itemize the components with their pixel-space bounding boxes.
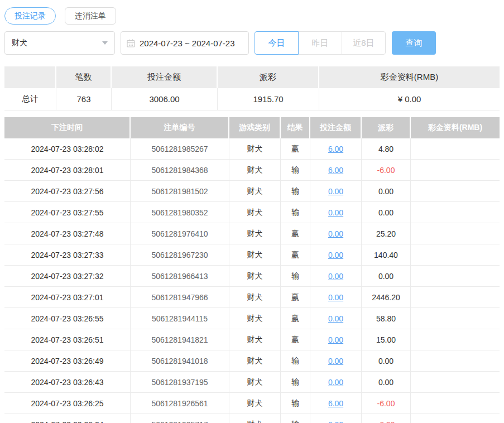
- payout-cell: 0.00: [362, 372, 411, 393]
- bonus-cell: [411, 329, 500, 350]
- quick-last8days-button[interactable]: 近8日: [342, 31, 386, 55]
- game-type-cell: 财犬: [229, 329, 281, 350]
- bonus-cell: [411, 138, 500, 160]
- bet-amount-link[interactable]: 0.00: [328, 335, 343, 344]
- payout-cell: 2446.20: [362, 287, 411, 308]
- game-type-cell: 财犬: [229, 202, 281, 223]
- bet-amount-link[interactable]: 0.00: [328, 378, 343, 387]
- summary-header-row: 笔数 投注金额 派彩 彩金资料(RMB): [4, 66, 500, 88]
- bet-time-cell: 2024-07-23 03:27:32: [4, 266, 131, 287]
- bonus-cell: [411, 308, 500, 329]
- payout-cell: 0.00: [362, 350, 411, 372]
- bet-number-cell: 5061281985267: [131, 138, 229, 160]
- bet-amount-link[interactable]: 6.00: [328, 145, 343, 153]
- quick-yesterday-button[interactable]: 昨日: [298, 31, 342, 55]
- bet-amount-link[interactable]: 0.00: [328, 357, 343, 366]
- bet-amount-cell: 0.00: [310, 308, 362, 329]
- bet-amount-link[interactable]: 6.00: [328, 420, 343, 423]
- table-row: 2024-07-23 03:28:01 5061281984368 财犬 输 6…: [4, 160, 500, 181]
- query-button[interactable]: 查询: [392, 31, 436, 55]
- payout-cell: 0.00: [362, 181, 411, 202]
- bet-amount-link[interactable]: 0.00: [328, 251, 343, 259]
- bet-time-cell: 2024-07-23 03:26:55: [4, 308, 131, 329]
- bet-number-cell: 5061281976410: [131, 223, 229, 244]
- bonus-cell: [411, 244, 500, 266]
- bet-amount-link[interactable]: 0.00: [328, 208, 343, 217]
- table-row: 2024-07-23 03:27:33 5061281967230 财犬 赢 0…: [4, 244, 500, 266]
- header-bonus: 彩金资料(RMB): [411, 117, 500, 138]
- game-type-cell: 财犬: [229, 160, 281, 181]
- date-range-input[interactable]: 2024-07-23 ~ 2024-07-23: [121, 31, 249, 55]
- payout-cell: 15.00: [362, 329, 411, 350]
- bet-number-cell: 5061281967230: [131, 244, 229, 266]
- bet-number-cell: 5061281981502: [131, 181, 229, 202]
- quick-today-button[interactable]: 今日: [255, 31, 299, 55]
- summary-total-bonus: ¥ 0.00: [319, 88, 500, 110]
- table-row: 2024-07-23 03:28:02 5061281985267 财犬 赢 6…: [4, 138, 500, 160]
- chevron-down-icon: [102, 41, 108, 45]
- bet-time-cell: 2024-07-23 03:27:01: [4, 287, 131, 308]
- bet-amount-cell: 0.00: [310, 372, 362, 393]
- bonus-cell: [411, 414, 500, 423]
- bet-number-cell: 5061281941821: [131, 329, 229, 350]
- summary-header-bonus: 彩金资料(RMB): [319, 66, 500, 88]
- bonus-cell: [411, 350, 500, 372]
- result-cell: 赢: [281, 223, 310, 244]
- result-cell: 赢: [281, 287, 310, 308]
- table-row: 2024-07-23 03:27:55 5061281980352 财犬 输 0…: [4, 202, 500, 223]
- result-cell: 赢: [281, 138, 310, 160]
- bet-amount-link[interactable]: 0.00: [328, 229, 343, 238]
- header-payout: 派彩: [362, 117, 411, 138]
- bet-amount-link[interactable]: 0.00: [328, 187, 343, 196]
- result-cell: 赢: [281, 244, 310, 266]
- tab-cancelled-bets[interactable]: 连消注单: [65, 7, 116, 25]
- bet-amount-link[interactable]: 0.00: [328, 293, 343, 302]
- payout-cell: 58.80: [362, 308, 411, 329]
- game-select[interactable]: 财犬: [4, 31, 115, 55]
- summary-table: 笔数 投注金额 派彩 彩金资料(RMB) 总计 763 3006.00 1915…: [4, 66, 500, 110]
- tab-betting-records[interactable]: 投注记录: [4, 7, 56, 25]
- payout-cell: 0.00: [362, 202, 411, 223]
- bonus-cell: [411, 160, 500, 181]
- summary-total-label: 总计: [4, 88, 56, 110]
- game-type-cell: 财犬: [229, 372, 281, 393]
- table-row: 2024-07-23 03:26:55 5061281944115 财犬 赢 0…: [4, 308, 500, 329]
- result-cell: 输: [281, 181, 310, 202]
- bet-amount-cell: 0.00: [310, 329, 362, 350]
- bet-amount-link[interactable]: 0.00: [328, 314, 343, 323]
- header-bet-number: 注单编号: [131, 117, 229, 138]
- bet-amount-cell: 0.00: [310, 181, 362, 202]
- result-cell: 输: [281, 414, 310, 423]
- payout-cell: 0.00: [362, 266, 411, 287]
- result-cell: 输: [281, 372, 310, 393]
- bet-time-cell: 2024-07-23 03:27:33: [4, 244, 131, 266]
- bet-number-cell: 5061281980352: [131, 202, 229, 223]
- payout-cell: -6.00: [362, 414, 411, 423]
- summary-total-bet-amount: 3006.00: [112, 88, 218, 110]
- result-cell: 输: [281, 160, 310, 181]
- game-type-cell: 财犬: [229, 287, 281, 308]
- payout-cell: 140.40: [362, 244, 411, 266]
- bonus-cell: [411, 372, 500, 393]
- bet-number-cell: 5061281984368: [131, 160, 229, 181]
- bet-amount-cell: 0.00: [310, 223, 362, 244]
- table-row: 2024-07-23 03:27:56 5061281981502 财犬 输 0…: [4, 181, 500, 202]
- bet-number-cell: 5061281926561: [131, 393, 229, 414]
- bet-amount-link[interactable]: 0.00: [328, 272, 343, 281]
- bet-number-cell: 5061281937195: [131, 372, 229, 393]
- bonus-cell: [411, 181, 500, 202]
- table-row: 2024-07-23 03:26:25 5061281926561 财犬 输 6…: [4, 393, 500, 414]
- table-row: 2024-07-23 03:27:32 5061281966413 财犬 输 0…: [4, 266, 500, 287]
- bet-amount-cell: 0.00: [310, 202, 362, 223]
- bet-number-cell: 5061281966413: [131, 266, 229, 287]
- bet-amount-link[interactable]: 6.00: [328, 166, 343, 175]
- game-type-cell: 财犬: [229, 308, 281, 329]
- top-tabs: 投注记录 连消注单: [0, 0, 504, 25]
- summary-header-payout: 派彩: [218, 66, 319, 88]
- result-cell: 输: [281, 266, 310, 287]
- bet-amount-link[interactable]: 6.00: [328, 399, 343, 408]
- date-range-value: 2024-07-23 ~ 2024-07-23: [140, 39, 235, 48]
- payout-cell: -6.00: [362, 393, 411, 414]
- quick-range-group: 今日 昨日 近8日: [255, 31, 386, 55]
- payout-cell: 25.20: [362, 223, 411, 244]
